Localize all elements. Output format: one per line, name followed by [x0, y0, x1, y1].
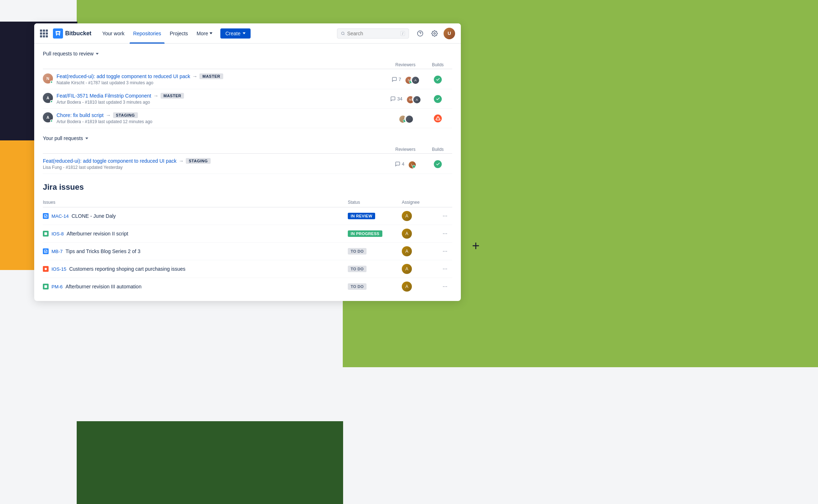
jira-issue-key-4[interactable]: IOS-15	[51, 266, 66, 272]
pr-to-review-header[interactable]: Pull requests to review	[43, 51, 452, 57]
jira-row-3: MB-7 Tips and Tricks Blog Series 2 of 3 …	[43, 243, 452, 260]
pr-details-3: Chore: fix build script → STAGING Artur …	[57, 112, 387, 124]
navbar: Bitbucket Your work Repositories Project…	[34, 23, 461, 44]
pr-title-link[interactable]: Feat(reduced-ui): add toggle component t…	[57, 73, 190, 79]
jira-col-actions	[438, 200, 452, 205]
jira-more-1[interactable]: ···	[438, 213, 452, 219]
your-pr-meta: Lisa Fung - #1812 last updated Yesterday	[43, 165, 387, 170]
your-pr-reviewer-check	[412, 165, 415, 168]
pull-requests-to-review-section: Pull requests to review Reviewers Builds…	[34, 44, 461, 128]
main-card: Bitbucket Your work Repositories Project…	[34, 23, 461, 301]
your-pr-reviewer-1: L	[407, 160, 416, 168]
nav-more-label: More	[197, 31, 208, 36]
jira-col-issues: Issues	[43, 200, 348, 205]
your-pr-chevron	[85, 138, 88, 139]
jira-assignee-5: A	[402, 282, 438, 292]
your-pr-label: Your pull requests	[43, 135, 83, 141]
pr-updated-3: last updated 12 minutes ago	[98, 119, 152, 124]
comment-icon-2	[390, 96, 396, 102]
your-pr-comments: 4	[395, 161, 404, 167]
jira-issue-key-3[interactable]: MB-7	[51, 249, 63, 254]
pr-info: N Feat(reduced-ui): add toggle component…	[43, 73, 387, 85]
jira-issue-key-5[interactable]: PM-6	[51, 284, 63, 289]
your-pr-arrow: →	[179, 158, 184, 164]
your-pr-title-link[interactable]: Feat(reduced-ui): add toggle component t…	[43, 158, 176, 164]
jira-issue-info-2: IOS-8 Afterburner revision II script	[43, 231, 348, 237]
col-reviewers-label: Reviewers	[387, 62, 423, 67]
your-pr-builds	[423, 160, 452, 168]
nav-projects[interactable]: Projects	[166, 23, 192, 44]
jira-status-4: TO DO	[348, 266, 402, 272]
bitbucket-logo[interactable]: Bitbucket	[53, 28, 91, 39]
warning-icon	[436, 116, 440, 121]
online-indicator-3	[50, 120, 53, 122]
jira-table-header: Issues Status Assignee	[43, 198, 452, 207]
your-pr-title-row: Feat(reduced-ui): add toggle component t…	[43, 158, 387, 164]
jira-more-2[interactable]: ···	[438, 230, 452, 237]
jira-issue-name-1: CLONE - June Daly	[72, 213, 116, 219]
pr-arrow-3: →	[106, 112, 111, 118]
main-content: Pull requests to review Reviewers Builds…	[34, 44, 461, 301]
pr-title-row: Feat(reduced-ui): add toggle component t…	[57, 73, 387, 79]
pr-comments: 7	[392, 77, 401, 82]
jira-issue-icon-story-2	[43, 284, 49, 289]
task-icon	[44, 214, 48, 218]
jira-issue-icon-task-2	[43, 248, 49, 254]
user-avatar[interactable]: U	[444, 28, 455, 39]
pr-title-row-3: Chore: fix build script → STAGING	[57, 112, 387, 118]
pr-title-link-3[interactable]: Chore: fix build script	[57, 112, 104, 118]
bitbucket-icon	[53, 28, 63, 39]
svg-point-4	[434, 32, 436, 34]
jira-issue-name-4: Customers reporting shoping cart purchas…	[69, 266, 185, 272]
jira-more-5[interactable]: ···	[438, 283, 452, 290]
bg-dark-green	[77, 421, 343, 504]
pr-info: A Feat/FIL-3571 Media Filmstrip Componen…	[43, 93, 387, 105]
create-button[interactable]: Create	[220, 28, 251, 39]
build-success-icon	[434, 76, 442, 84]
build-success-icon-2	[434, 95, 442, 103]
jira-more-4[interactable]: ···	[438, 266, 452, 272]
nav-your-work[interactable]: Your work	[99, 23, 128, 44]
jira-status-2: IN PROGRESS	[348, 230, 402, 237]
your-pr-branch-tag: STAGING	[186, 158, 211, 164]
nav-more[interactable]: More	[193, 23, 216, 44]
jira-section: Jira issues Issues Status Assignee MAC-1	[34, 174, 461, 301]
search-input[interactable]	[347, 31, 398, 36]
brand-text: Bitbucket	[65, 30, 91, 37]
jira-issue-icon-bug	[43, 266, 49, 272]
user-avatar-image: U	[444, 28, 455, 39]
jira-issue-name-3: Tips and Tricks Blog Series 2 of 3	[66, 248, 140, 254]
settings-button[interactable]	[429, 28, 440, 39]
create-chevron	[243, 32, 246, 34]
jira-assignee-1: A	[402, 211, 438, 221]
pr-builds-2	[423, 95, 452, 103]
comment-icon-3	[395, 161, 400, 167]
col-reviewers-label-2: Reviewers	[387, 147, 423, 152]
check-icon	[436, 77, 440, 82]
settings-icon	[431, 30, 438, 37]
pr-number: #1787	[88, 80, 100, 85]
jira-more-3[interactable]: ···	[438, 248, 452, 255]
pr-author-3: Artur Bodera	[57, 119, 81, 124]
pr-author-avatar-2: A	[43, 93, 53, 103]
jira-issue-name-5: Afterburner revision III automation	[66, 284, 141, 289]
pr-builds-3	[423, 114, 452, 122]
jira-issue-key-2[interactable]: IOS-8	[51, 231, 64, 237]
pr-details: Feat(reduced-ui): add toggle component t…	[57, 73, 387, 85]
your-pr-header[interactable]: Your pull requests	[43, 135, 452, 141]
pr-author: Natalie Kirscht	[57, 80, 84, 85]
jira-issue-key-1[interactable]: MAC-14	[51, 213, 69, 219]
app-grid-icon[interactable]	[40, 30, 48, 37]
search-icon	[341, 31, 345, 36]
build-error-icon	[434, 114, 442, 122]
pr-details-2: Feat/FIL-3571 Media Filmstrip Component …	[57, 93, 387, 105]
bug-icon	[44, 267, 48, 271]
assignee-avatar-4: A	[402, 264, 412, 274]
svg-rect-11	[44, 285, 47, 288]
help-button[interactable]	[415, 28, 426, 39]
nav-repositories[interactable]: Repositories	[130, 23, 165, 44]
search-box[interactable]: /	[337, 28, 409, 39]
task-icon-2	[44, 249, 48, 253]
pr-title-link-2[interactable]: Feat/FIL-3571 Media Filmstrip Component	[57, 93, 151, 99]
jira-row-2: IOS-8 Afterburner revision II script IN …	[43, 225, 452, 243]
